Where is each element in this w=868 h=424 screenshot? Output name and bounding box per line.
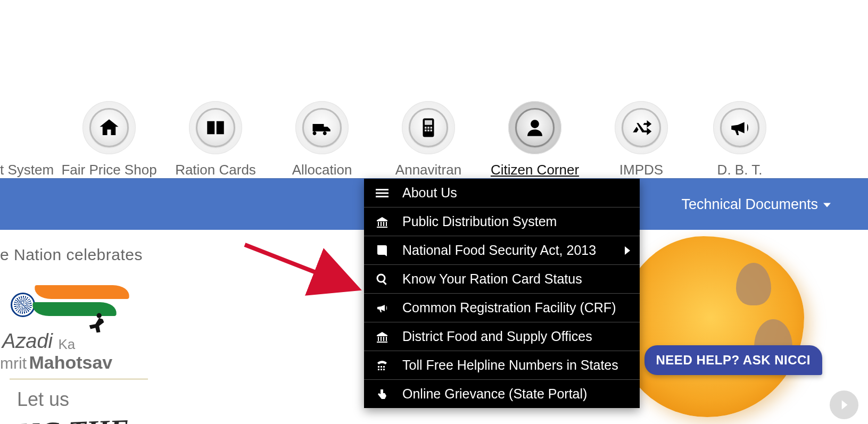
dd-label: National Food Security Act, 2013 — [402, 243, 596, 258]
person-icon — [515, 108, 555, 147]
nav-item-ration-cards[interactable]: Ration Cards — [162, 101, 269, 178]
nav-item-fair-price-shop[interactable]: Fair Price Shop — [56, 101, 162, 178]
building-icon — [375, 330, 390, 343]
nav-label: IMPDS — [619, 162, 663, 178]
hero-left: e Nation celebrates Azadi Ka mrit Mahots… — [0, 246, 202, 424]
top-blank-area — [0, 0, 868, 96]
svg-rect-10 — [376, 189, 388, 190]
svg-point-13 — [377, 275, 385, 282]
book-icon — [196, 108, 235, 147]
nav-label: Citizen Corner — [491, 162, 579, 178]
azadi-main: Azadi — [2, 330, 53, 352]
chevron-right-icon — [837, 398, 851, 412]
shuffle-icon — [622, 108, 661, 147]
nav-icon-outer — [82, 101, 136, 154]
nav-item-system[interactable]: t System — [0, 154, 56, 178]
home-icon — [89, 108, 129, 147]
dd-label: Toll Free Helpline Numbers in States — [402, 358, 618, 373]
dd-label: Online Grievance (State Portal) — [402, 386, 587, 402]
let-us-text: Let us — [17, 388, 69, 411]
svg-point-8 — [531, 120, 539, 128]
nav-icon-outer — [189, 101, 242, 154]
nav-item-allocation[interactable]: Allocation — [269, 101, 375, 178]
dd-item-public-distribution-system[interactable]: Public Distribution System — [364, 207, 640, 236]
dd-item-about-us[interactable]: About Us — [364, 179, 640, 207]
dd-item-nfsa[interactable]: National Food Security Act, 2013 — [364, 236, 640, 265]
phone-tty-icon — [375, 359, 390, 372]
bullhorn-icon — [375, 302, 390, 314]
dd-label: Public Distribution System — [402, 214, 557, 229]
mrit-main: mrit — [0, 354, 27, 372]
technical-documents-link[interactable]: Technical Documents — [681, 196, 831, 213]
carousel-next-button[interactable] — [830, 390, 858, 419]
svg-point-9 — [97, 313, 102, 318]
nav-icon-outer — [402, 101, 455, 154]
svg-rect-12 — [376, 196, 388, 197]
nav-item-dbt[interactable]: D. B. T. — [695, 101, 785, 178]
book-icon — [375, 244, 390, 257]
need-help-button[interactable]: NEED HELP? ASK NICCI — [644, 345, 822, 375]
svg-rect-1 — [425, 120, 432, 125]
mrit-strong: Mahotsav — [29, 352, 112, 372]
pos-machine-icon — [409, 108, 448, 147]
nav-label: D. B. T. — [717, 162, 763, 178]
nav-label: Annavitran — [395, 162, 461, 178]
dd-label: District Food and Supply Offices — [402, 329, 592, 344]
truck-icon — [302, 108, 342, 147]
submenu-caret-icon — [625, 246, 630, 255]
caret-down-icon — [823, 203, 831, 207]
pointer-icon — [375, 388, 390, 401]
menu-icon — [375, 187, 390, 199]
dd-item-online-grievance[interactable]: Online Grievance (State Portal) — [364, 380, 640, 408]
hero-celebrates-text: e Nation celebrates — [0, 246, 202, 264]
dd-label: Know Your Ration Card Status — [402, 271, 582, 287]
nav-label: Fair Price Shop — [61, 162, 156, 178]
svg-rect-7 — [431, 130, 433, 132]
flag-saffron-stripe — [33, 285, 131, 299]
dd-item-helpline[interactable]: Toll Free Helpline Numbers in States — [364, 351, 640, 380]
dd-item-district-offices[interactable]: District Food and Supply Offices — [364, 322, 640, 351]
technical-documents-label: Technical Documents — [681, 196, 818, 213]
nav-icon-outer — [295, 101, 349, 154]
nav-label: t System — [0, 162, 54, 178]
sing-text: SING THE — [0, 412, 130, 424]
svg-rect-5 — [425, 130, 427, 132]
bullhorn-icon — [720, 108, 759, 147]
nav-item-impds[interactable]: IMPDS — [588, 101, 695, 178]
underline — [10, 379, 148, 379]
svg-rect-3 — [427, 127, 429, 129]
nav-icon-outer — [615, 101, 668, 154]
dd-item-crf[interactable]: Common Registration Facility (CRF) — [364, 294, 640, 322]
nav-item-annavitran[interactable]: Annavitran — [375, 101, 482, 178]
ashoka-chakra-icon — [11, 293, 35, 317]
svg-rect-6 — [427, 130, 429, 132]
search-icon — [375, 273, 390, 286]
building-icon — [375, 215, 390, 228]
azadi-sub: Ka — [59, 336, 76, 352]
mrit-text: mrit Mahotsav — [0, 352, 112, 373]
svg-rect-2 — [425, 127, 427, 129]
need-help-label: NEED HELP? ASK NICCI — [656, 353, 811, 367]
svg-rect-14 — [383, 281, 387, 285]
svg-rect-4 — [431, 127, 433, 129]
nav-icon-outer — [508, 101, 561, 154]
dd-label: About Us — [402, 185, 457, 201]
dd-label: Common Registration Facility (CRF) — [402, 300, 616, 315]
dd-item-know-ration-card-status[interactable]: Know Your Ration Card Status — [364, 265, 640, 294]
nav-label: Ration Cards — [175, 162, 256, 178]
runner-icon — [82, 312, 106, 343]
nav-icon-outer — [713, 101, 766, 154]
azadi-text: Azadi Ka — [2, 330, 75, 353]
citizen-corner-dropdown: About Us Public Distribution System Nati… — [364, 179, 640, 408]
svg-rect-11 — [376, 192, 388, 194]
main-nav: t System Fair Price Shop Ration Cards Al… — [0, 96, 868, 178]
nav-label: Allocation — [292, 162, 352, 178]
nav-item-citizen-corner[interactable]: Citizen Corner — [482, 101, 588, 178]
